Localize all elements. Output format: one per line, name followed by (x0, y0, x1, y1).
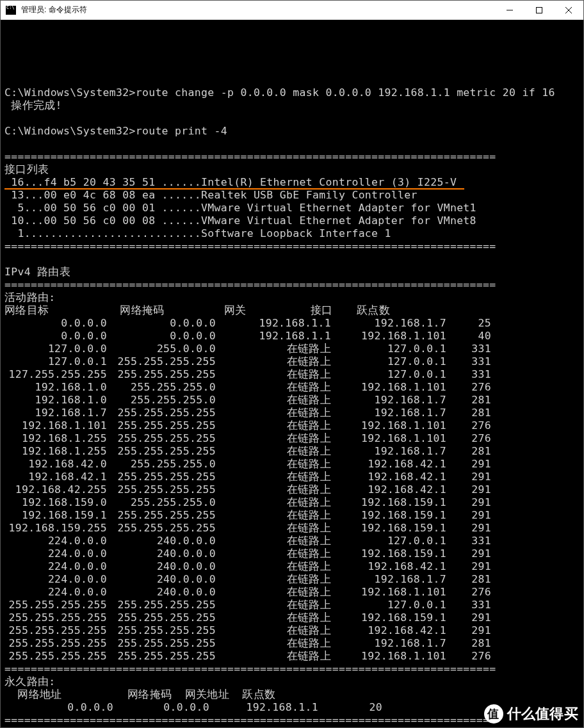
route-row: 255.255.255.255255.255.255.255在链路上192.16… (4, 650, 580, 663)
route-row: 224.0.0.0240.0.0.0在链路上127.0.0.1331 (4, 535, 580, 547)
window-title: 管理员: 命令提示符 (21, 4, 495, 15)
route-row: 255.255.255.255255.255.255.255在链路上192.16… (4, 611, 580, 624)
route-row: 192.168.159.1255.255.255.255在链路上192.168.… (4, 509, 580, 522)
route-row: 127.0.0.1255.255.255.255在链路上127.0.0.1331 (4, 355, 580, 368)
route-row: 224.0.0.0240.0.0.0在链路上192.168.1.101276 (4, 586, 580, 599)
interface-row: 10...00 50 56 c0 00 08 ......VMware Virt… (4, 214, 580, 227)
terminal-line (4, 253, 580, 266)
maximize-button[interactable] (524, 1, 554, 20)
watermark-text: 什么值得买 (507, 708, 579, 720)
route-row: 0.0.0.00.0.0.0192.168.1.1192.168.1.725 (4, 317, 580, 330)
route-row: 192.168.42.1255.255.255.255在链路上192.168.4… (4, 471, 580, 483)
route-row: 192.168.1.0255.255.255.0在链路上192.168.1.72… (4, 394, 580, 407)
route-row: 192.168.1.255255.255.255.255在链路上192.168.… (4, 445, 580, 458)
route-row: 255.255.255.255255.255.255.255在链路上192.16… (4, 624, 580, 637)
terminal-output[interactable]: 值 什么值得买 C:\Windows\System32>route change… (1, 20, 583, 727)
terminal-line (4, 74, 580, 86)
route-row: 192.168.159.0255.255.255.0在链路上192.168.15… (4, 496, 580, 509)
route-row: 127.255.255.255255.255.255.255在链路上127.0.… (4, 368, 580, 381)
route-row: 127.0.0.0255.0.0.0在链路上127.0.0.1331 (4, 343, 580, 355)
interface-list-header: 接口列表 (4, 163, 580, 176)
watermark-badge-icon: 值 (484, 704, 503, 724)
watermark: 值 什么值得买 (484, 704, 579, 724)
title-bar[interactable]: C:\ 管理员: 命令提示符 (1, 1, 583, 20)
separator: ========================================… (4, 150, 580, 163)
cmd-window: C:\ 管理员: 命令提示符 值 什么值得买 C:\Windows\System… (0, 0, 584, 728)
route-row: 192.168.42.255255.255.255.255在链路上192.168… (4, 483, 580, 496)
interface-row: 5...00 50 56 c0 00 01 ......VMware Virtu… (4, 202, 580, 214)
window-controls (495, 1, 583, 20)
ipv4-route-table-title: IPv4 路由表 (4, 266, 580, 279)
terminal-line (4, 138, 580, 150)
route-row: 192.168.42.0255.255.255.0在链路上192.168.42.… (4, 458, 580, 471)
svg-rect-1 (537, 7, 542, 13)
separator: ========================================… (4, 240, 580, 253)
route-row: 0.0.0.00.0.0.0192.168.1.1192.168.1.10140 (4, 330, 580, 343)
route-table-header: 网络目标网络掩码网关接口跃点数 (4, 304, 580, 317)
persistent-routes-title: 永久路由: (4, 675, 580, 688)
route-row: 192.168.1.255255.255.255.255在链路上192.168.… (4, 432, 580, 445)
route-row: 192.168.1.0255.255.255.0在链路上192.168.1.10… (4, 381, 580, 394)
active-routes-title: 活动路由: (4, 291, 580, 304)
highlight-underline (4, 188, 464, 190)
route-row: 224.0.0.0240.0.0.0在链路上192.168.159.1291 (4, 547, 580, 560)
route-row: 255.255.255.255255.255.255.255在链路上127.0.… (4, 599, 580, 611)
interface-row: 1...........................Software Loo… (4, 227, 580, 240)
cmd-route-print: C:\Windows\System32>route print -4 (4, 125, 580, 138)
interface-row: 16...f4 b5 20 43 35 51 ......Intel(R) Et… (4, 176, 580, 189)
separator: ========================================… (4, 279, 580, 291)
minimize-button[interactable] (495, 1, 524, 20)
route-row: 255.255.255.255255.255.255.255在链路上192.16… (4, 637, 580, 650)
route-row: 192.168.159.255255.255.255.255在链路上192.16… (4, 522, 580, 535)
cmd-result: 操作完成! (4, 99, 580, 112)
interface-row: 13...00 e0 4c 68 08 ea ......Realtek USB… (4, 189, 580, 202)
route-row: 192.168.1.101255.255.255.255在链路上192.168.… (4, 419, 580, 432)
route-row: 192.168.1.7255.255.255.255在链路上192.168.1.… (4, 407, 580, 419)
separator: ========================================… (4, 663, 580, 675)
close-button[interactable] (554, 1, 583, 20)
route-row: 224.0.0.0240.0.0.0在链路上192.168.1.7281 (4, 573, 580, 586)
persistent-header: 网络地址 网络掩码 网关地址 跃点数 (4, 688, 580, 701)
route-row: 224.0.0.0240.0.0.0在链路上192.168.42.1291 (4, 560, 580, 573)
cmd-icon: C:\ (6, 6, 16, 15)
terminal-line (4, 112, 580, 125)
cmd-route-change: C:\Windows\System32>route change -p 0.0.… (4, 86, 580, 99)
terminal-line (4, 727, 580, 727)
